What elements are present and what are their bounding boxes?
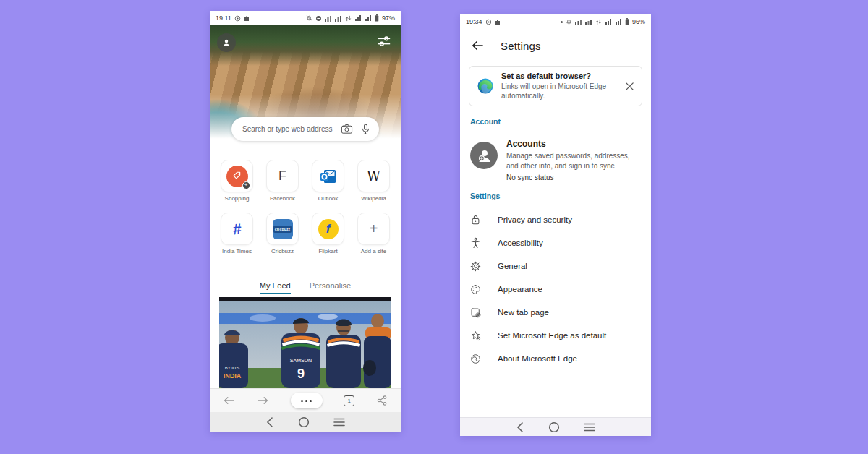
- sim2-volte-icon: [335, 15, 342, 22]
- shortcut-flipkart[interactable]: f Flipkart: [310, 213, 346, 254]
- volte-icon: [485, 19, 492, 25]
- item-accessibility[interactable]: Accessibility: [460, 231, 651, 254]
- wikipedia-icon: W: [367, 168, 380, 184]
- clock: 19:34: [466, 18, 482, 25]
- nav-home-button[interactable]: [548, 421, 560, 433]
- sim1-volte-icon: [325, 15, 332, 22]
- search-bar[interactable]: Search or type web address: [231, 117, 379, 141]
- player-number-text: 9: [297, 367, 305, 381]
- facebook-icon: F: [278, 168, 286, 184]
- shortcut-facebook[interactable]: F Facebook: [265, 160, 301, 202]
- banner-title: Set as default browser?: [501, 72, 618, 80]
- back-button[interactable]: [223, 395, 235, 406]
- battery-icon: [375, 14, 379, 22]
- battery-percent: 97%: [382, 14, 395, 22]
- notification-dot-icon: [561, 21, 563, 23]
- bell-off-icon: [306, 14, 312, 22]
- search-placeholder: Search or type web address: [242, 125, 341, 133]
- edge-settings-screenshot: 19:34 96% Settings: [460, 14, 651, 436]
- gear-icon: [470, 260, 482, 272]
- accounts-list-item[interactable]: Accounts Manage saved passwords, address…: [470, 139, 642, 181]
- edge-newtab-screenshot: 19:11 97% Search or type web add: [210, 11, 401, 432]
- sync-status: No sync status: [506, 174, 642, 181]
- shortcut-label: Wikipedia: [361, 195, 386, 202]
- feed-article-image[interactable]: BYJU'S INDIA SAMSON 9: [219, 297, 391, 388]
- clock: 19:11: [216, 14, 231, 22]
- shortcut-india-times[interactable]: # India Times: [219, 213, 255, 254]
- shortcut-label: India Times: [222, 248, 252, 254]
- signal-bars-icon: [605, 18, 612, 25]
- section-label-settings: Settings: [470, 192, 500, 200]
- shortcut-label: Outlook: [318, 195, 339, 202]
- nav-back-button[interactable]: [265, 417, 274, 427]
- profile-avatar-button[interactable]: [217, 33, 236, 52]
- android-nav-bar: [460, 417, 651, 436]
- app-notification-icon: [244, 15, 250, 22]
- signal-bars-icon-2: [615, 18, 622, 25]
- data-arrows-icon: [595, 19, 602, 25]
- jersey-sponsor-text: BYJU'S: [225, 366, 239, 370]
- shopping-icon: +: [226, 166, 248, 187]
- item-privacy-security[interactable]: Privacy and security: [460, 208, 651, 231]
- dnd-icon: [315, 15, 322, 22]
- forward-button[interactable]: [257, 395, 269, 406]
- nav-recents-button[interactable]: [333, 418, 345, 427]
- jersey-country-text: INDIA: [224, 372, 242, 380]
- sim2-volte-icon: [585, 19, 592, 25]
- tab-my-feed[interactable]: My Feed: [260, 281, 291, 294]
- signal-bars-icon-2: [365, 14, 372, 22]
- item-appearance[interactable]: Appearance: [460, 278, 651, 301]
- cricbuzz-icon: cricbuzz: [273, 219, 293, 239]
- item-set-default[interactable]: Set Microsoft Edge as default: [460, 324, 651, 347]
- battery-icon: [625, 18, 629, 25]
- camera-search-icon[interactable]: [341, 124, 353, 134]
- edge-logo-icon: [477, 77, 494, 95]
- accounts-description: Manage saved passwords, addresses, and o…: [506, 151, 642, 171]
- battery-percent: 96%: [632, 18, 645, 25]
- shortcut-outlook[interactable]: Outlook: [310, 160, 346, 202]
- shopping-badge-icon: +: [242, 181, 250, 189]
- banner-body: Links will open in Microsoft Edge automa…: [501, 82, 618, 101]
- shortcut-shopping[interactable]: + Shopping: [219, 160, 255, 202]
- shortcut-label: Facebook: [270, 195, 295, 202]
- tab-switcher-button[interactable]: 1: [344, 395, 354, 406]
- new-tab-icon: [470, 307, 482, 318]
- voice-search-icon[interactable]: [361, 124, 370, 135]
- lock-icon: [470, 214, 482, 226]
- close-icon[interactable]: [625, 82, 634, 91]
- browser-toolbar: 1: [210, 388, 401, 412]
- account-avatar-icon: [470, 142, 498, 169]
- outlook-icon: [318, 167, 339, 186]
- volte-icon: [234, 15, 241, 22]
- feed-tabs: My Feed Personalise: [210, 281, 401, 294]
- back-arrow-button[interactable]: [471, 40, 484, 51]
- star-settings-icon: [470, 330, 482, 341]
- edge-swirl-icon: [470, 353, 482, 364]
- shortcut-label: Shopping: [225, 195, 250, 202]
- item-about-edge[interactable]: About Microsoft Edge: [460, 347, 651, 370]
- player-name-text: SAMSON: [290, 358, 312, 363]
- nav-back-button[interactable]: [516, 422, 524, 432]
- nav-recents-button[interactable]: [584, 423, 595, 432]
- signal-bars-icon: [354, 14, 362, 22]
- section-label-account: Account: [470, 117, 501, 126]
- item-general[interactable]: General: [460, 254, 651, 278]
- shortcut-cricbuzz[interactable]: cricbuzz Cricbuzz: [265, 213, 301, 254]
- add-site-plus-icon: +: [370, 220, 378, 237]
- android-nav-bar: [210, 412, 401, 432]
- more-menu-button[interactable]: [291, 393, 323, 408]
- accounts-title: Accounts: [506, 139, 642, 149]
- shortcut-wikipedia[interactable]: W Wikipedia: [356, 160, 392, 202]
- nav-home-button[interactable]: [298, 416, 310, 428]
- page-layout-settings-button[interactable]: [376, 34, 392, 51]
- app-notification-icon: [495, 19, 501, 25]
- flipkart-icon: f: [318, 219, 339, 239]
- ringer-icon: [566, 18, 572, 25]
- status-bar-right: 19:34 96%: [460, 14, 651, 29]
- item-new-tab-page[interactable]: New tab page: [460, 301, 651, 324]
- tab-personalise[interactable]: Personalise: [310, 281, 351, 294]
- status-bar-left: 19:11 97%: [210, 11, 401, 25]
- settings-list: Privacy and security Accessibility Gener…: [460, 208, 651, 370]
- share-button[interactable]: [376, 395, 388, 406]
- shortcut-add-site[interactable]: + Add a site: [356, 213, 392, 254]
